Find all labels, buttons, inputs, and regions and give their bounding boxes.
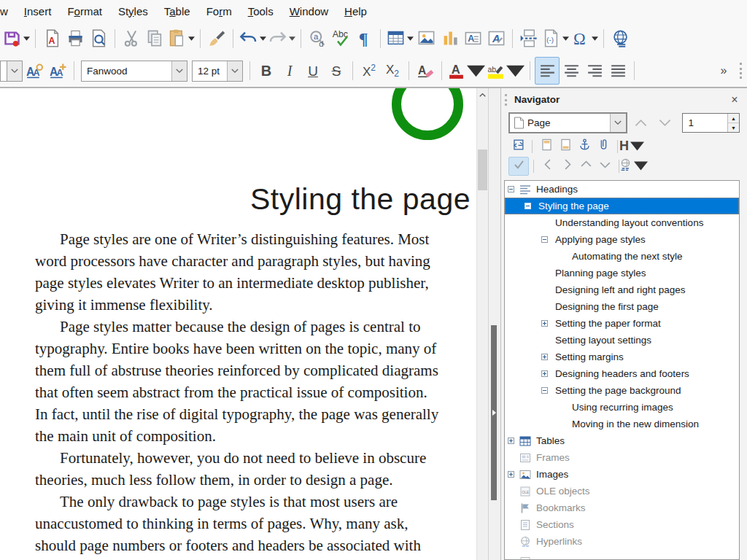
dropdown-caret-icon[interactable]: [630, 139, 644, 153]
dropdown-caret-icon[interactable]: [23, 36, 30, 41]
subscript-button[interactable]: X2: [381, 58, 404, 84]
menu-item-table[interactable]: Table: [156, 2, 198, 20]
tree-item-headings[interactable]: Headings: [505, 181, 739, 198]
document-scrollbar[interactable]: [476, 88, 488, 560]
menu-item-tools[interactable]: Tools: [240, 2, 282, 20]
tree-item-automating-the-next-style[interactable]: Automating the next style: [505, 248, 739, 265]
toggle-master-view-button[interactable]: [508, 138, 527, 155]
spin-down-button[interactable]: ▼: [728, 123, 739, 132]
spin-up-button[interactable]: ▲: [728, 114, 739, 123]
nav-down-button[interactable]: [595, 158, 614, 175]
navigate-by-combo[interactable]: Page: [508, 112, 627, 133]
insert-image-button[interactable]: [414, 26, 438, 52]
navigate-by-dropdown-button[interactable]: [610, 114, 626, 132]
tree-item-bookmarks[interactable]: Bookmarks: [505, 499, 739, 516]
expand-icon[interactable]: [541, 320, 548, 327]
collapse-icon[interactable]: [525, 203, 531, 209]
paragraph-style-combo[interactable]: [0, 61, 23, 82]
dropdown-caret-icon[interactable]: [562, 36, 569, 41]
tree-item-designing-headers-and-footers[interactable]: Designing headers and footers: [505, 365, 739, 382]
panel-grip-icon[interactable]: [505, 94, 509, 106]
page-number-spinbox[interactable]: 1 ▲ ▼: [682, 113, 740, 133]
tree-item-setting-the-paper-format[interactable]: Setting the paper format: [505, 315, 739, 332]
export-pdf-button[interactable]: A: [40, 26, 63, 52]
bold-button[interactable]: B: [255, 58, 278, 84]
draw-functions-button[interactable]: A: [484, 26, 508, 52]
expand-icon[interactable]: [508, 438, 514, 444]
paragraph-style-combo-dropdown-button[interactable]: [7, 61, 23, 82]
expand-icon[interactable]: [508, 471, 514, 478]
previous-page-button[interactable]: [630, 114, 651, 133]
tree-item-understanding-layout-conventions[interactable]: Understanding layout conventions: [505, 214, 739, 231]
heading-levels-button[interactable]: H: [622, 138, 641, 155]
tree-item-styling-the-page[interactable]: Styling the page: [505, 198, 739, 214]
save-button[interactable]: [1, 26, 31, 52]
underline-button[interactable]: U: [301, 58, 325, 84]
sidebar-splitter[interactable]: [488, 88, 501, 560]
collapse-icon[interactable]: [541, 236, 548, 243]
style-new-button[interactable]: AA: [46, 58, 69, 84]
dropdown-caret-icon[interactable]: [506, 62, 525, 80]
nav-up-button[interactable]: [576, 158, 595, 175]
tree-item-setting-margins[interactable]: Setting margins: [505, 349, 739, 365]
menu-item-styles[interactable]: Styles: [110, 2, 156, 20]
drag-mode-button[interactable]: [624, 158, 643, 175]
menu-item-help[interactable]: Help: [336, 2, 375, 20]
cut-button[interactable]: [120, 26, 143, 52]
tree-item-applying-page-styles[interactable]: Applying page styles: [505, 231, 739, 248]
close-panel-button[interactable]: ×: [728, 94, 741, 106]
formatting-marks-button[interactable]: ¶: [352, 26, 376, 52]
justify-button[interactable]: [606, 58, 630, 84]
nav-back-button[interactable]: [538, 158, 557, 175]
insert-textbox-button[interactable]: A: [461, 26, 484, 52]
special-character-button[interactable]: Ω: [570, 26, 599, 52]
align-left-button[interactable]: [535, 57, 560, 85]
dropdown-caret-icon[interactable]: [407, 36, 414, 41]
page-break-button[interactable]: [517, 26, 541, 52]
clear-formatting-button[interactable]: A: [414, 58, 437, 84]
tree-item-setting-the-page-background[interactable]: Setting the page background: [505, 382, 739, 399]
dropdown-caret-icon[interactable]: [467, 62, 485, 80]
anchor-button[interactable]: [575, 138, 594, 155]
redo-button[interactable]: [267, 26, 296, 52]
tree-item-setting-layout-settings[interactable]: Setting layout settings: [505, 332, 739, 349]
tree-item-images[interactable]: Images: [505, 466, 739, 483]
document-area[interactable]: Styling the page Page styles are one of …: [0, 88, 476, 560]
dropdown-caret-icon[interactable]: [188, 36, 195, 41]
insert-table-button[interactable]: [385, 26, 414, 52]
tree-item-tables[interactable]: Tables: [505, 432, 739, 449]
expand-icon[interactable]: [541, 370, 548, 377]
dropdown-caret-icon[interactable]: [260, 36, 266, 41]
menu-item-window[interactable]: Window: [282, 2, 336, 20]
font-size-combo[interactable]: 12 pt: [192, 61, 243, 82]
print-preview-button[interactable]: [87, 26, 110, 52]
scroll-up-button[interactable]: [477, 88, 488, 101]
dropdown-caret-icon[interactable]: [592, 36, 598, 41]
next-page-button[interactable]: [654, 114, 676, 133]
tree-item-frames[interactable]: Frames: [505, 449, 739, 466]
copy-button[interactable]: [143, 26, 166, 52]
scrollbar-thumb[interactable]: [478, 149, 487, 190]
dropdown-caret-icon[interactable]: [289, 36, 295, 41]
tree-item-item[interactable]: [505, 550, 739, 560]
font-name-combo-dropdown-button[interactable]: [171, 61, 187, 81]
insert-field-button[interactable]: (-): [541, 26, 570, 52]
paste-button[interactable]: [166, 26, 196, 52]
align-center-button[interactable]: [560, 58, 583, 84]
tree-item-ole-objects[interactable]: OLEOLE objects: [505, 483, 739, 499]
tree-item-planning-page-styles[interactable]: Planning page styles: [505, 265, 739, 281]
tree-item-designing-left-and-right-pages[interactable]: Designing left and right pages: [505, 281, 739, 298]
tree-item-designing-the-first-page[interactable]: Designing the first page: [505, 298, 739, 315]
dropdown-caret-icon[interactable]: [634, 159, 648, 173]
find-replace-button[interactable]: ad: [306, 26, 329, 52]
undo-button[interactable]: [238, 26, 267, 52]
nav-forward-button[interactable]: [557, 158, 576, 175]
menu-item-form[interactable]: Form: [198, 2, 240, 20]
hyperlink-button[interactable]: [608, 26, 632, 52]
spelling-button[interactable]: Abc: [329, 26, 352, 52]
tree-item-hyperlinks[interactable]: Hyperlinks: [505, 533, 739, 550]
highlight-color-button[interactable]: ab: [486, 58, 525, 84]
clone-formatting-button[interactable]: [205, 26, 228, 52]
reminder-button[interactable]: [594, 138, 613, 155]
align-right-button[interactable]: [583, 58, 606, 84]
